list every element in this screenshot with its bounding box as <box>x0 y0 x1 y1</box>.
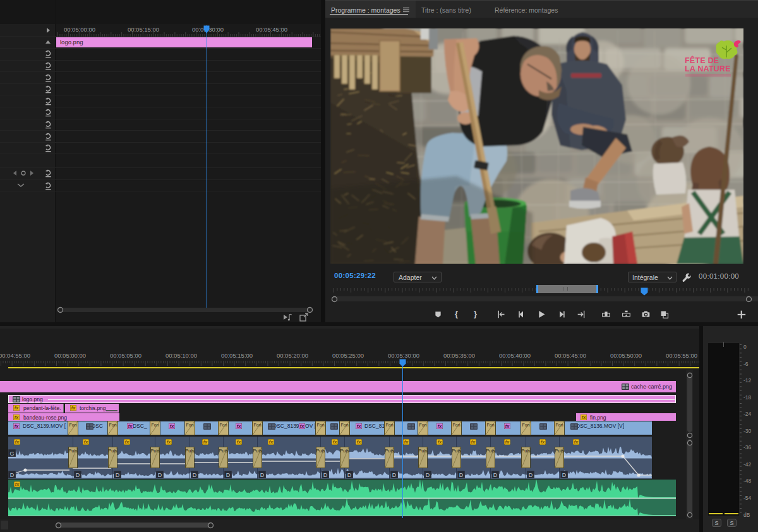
svg-text:Puis: Puis <box>452 448 461 454</box>
svg-text:fx: fx <box>438 423 442 429</box>
svg-text:fx: fx <box>269 439 274 445</box>
svg-text:Fon: Fon <box>151 422 159 426</box>
svg-text:Fon: Fon <box>109 422 116 426</box>
svg-text:fx: fx <box>15 439 20 445</box>
svg-text:Puis: Puis <box>68 448 78 454</box>
svg-text:D: D <box>158 472 162 478</box>
svg-text:fx: fx <box>128 423 133 429</box>
svg-text:Fon: Fon <box>340 422 348 426</box>
svg-text:Fon: Fon <box>522 422 529 426</box>
svg-text:D: D <box>426 472 430 478</box>
svg-text:fx: fx <box>15 423 19 429</box>
svg-text:Fon: Fon <box>69 422 76 426</box>
svg-text:fx: fx <box>237 439 241 445</box>
svg-text:Puis: Puis <box>385 448 394 454</box>
svg-text:Puis: Puis <box>150 448 160 454</box>
svg-text:Fon: Fon <box>253 422 261 426</box>
svg-text:fx: fx <box>574 439 579 445</box>
svg-text:fx: fx <box>582 414 586 420</box>
svg-text:fx: fx <box>15 481 20 487</box>
svg-text:D: D <box>459 472 464 478</box>
svg-text:Puis: Puis <box>340 448 349 454</box>
svg-text:Puis: Puis <box>521 448 531 454</box>
svg-text:D: D <box>347 472 352 478</box>
svg-text:fx: fx <box>84 439 88 445</box>
svg-text:D: D <box>493 472 498 478</box>
svg-text:fx: fx <box>471 439 476 445</box>
svg-text:Puis: Puis <box>418 448 428 454</box>
svg-text:D: D <box>323 472 328 478</box>
svg-text:Fon: Fon <box>219 422 227 426</box>
svg-text:Puis: Puis <box>108 448 117 454</box>
svg-text:Fon: Fon <box>385 422 393 426</box>
svg-text:D: D <box>529 472 533 478</box>
svg-text:fx: fx <box>505 439 510 445</box>
svg-text:D: D <box>226 472 231 478</box>
svg-text:fx: fx <box>357 439 361 445</box>
svg-text:fx: fx <box>125 439 129 445</box>
svg-text:Fon: Fon <box>555 422 563 426</box>
svg-text:fx: fx <box>15 405 19 411</box>
svg-text:fx: fx <box>71 405 76 411</box>
svg-text:fx: fx <box>237 423 241 429</box>
svg-text:D: D <box>260 472 265 478</box>
svg-text:Fon: Fon <box>452 422 460 426</box>
svg-text:D: D <box>562 472 567 478</box>
svg-text:fx: fx <box>438 439 442 445</box>
svg-text:fx: fx <box>203 439 208 445</box>
svg-text:Puis: Puis <box>253 448 262 454</box>
svg-text:fx: fx <box>300 423 304 429</box>
svg-text:Fon: Fon <box>186 422 193 426</box>
svg-text:fx: fx <box>167 439 171 445</box>
svg-text:Fon: Fon <box>316 422 324 426</box>
svg-text:fx: fx <box>541 439 545 445</box>
svg-text:fx: fx <box>404 439 409 445</box>
svg-text:Puis: Puis <box>219 448 228 454</box>
svg-text:fx: fx <box>15 414 19 420</box>
svg-text:LA NATURE: LA NATURE <box>685 64 731 73</box>
svg-text:Puis: Puis <box>555 448 564 454</box>
svg-text:D: D <box>116 472 120 478</box>
svg-text:Fon: Fon <box>486 422 494 426</box>
svg-text:G: G <box>9 450 14 457</box>
svg-text:fx: fx <box>357 423 361 429</box>
svg-text:fx: fx <box>333 439 337 445</box>
svg-text:Puis: Puis <box>185 448 195 454</box>
svg-text:D: D <box>392 472 397 478</box>
svg-text:fx: fx <box>170 423 174 429</box>
svg-text:Puis: Puis <box>486 448 495 454</box>
svg-text:D: D <box>10 472 15 478</box>
svg-text:Puis: Puis <box>316 448 325 454</box>
svg-text:Fon: Fon <box>419 422 426 426</box>
svg-text:D: D <box>193 472 197 478</box>
svg-text:FÊTE DE: FÊTE DE <box>685 56 719 65</box>
svg-text:D: D <box>76 472 80 478</box>
svg-text:fx: fx <box>505 423 510 429</box>
